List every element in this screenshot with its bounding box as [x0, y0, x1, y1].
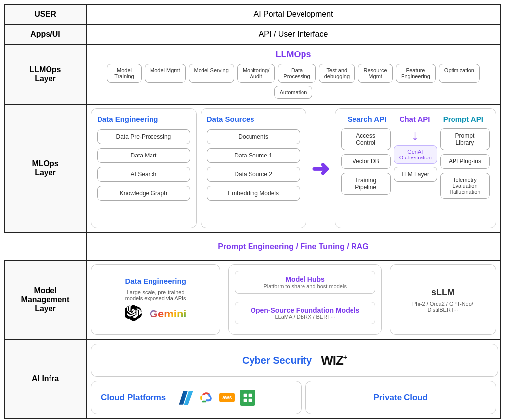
- apps-ui-label-text: Apps/UI: [30, 30, 60, 39]
- apps-ui-label: Apps/UI: [4, 24, 86, 44]
- cyber-security-section: Cyber Security WIZ+: [91, 344, 498, 377]
- data-engineering-title: Data Engineering: [97, 115, 190, 123]
- llmops-item: DataProcessing: [278, 64, 315, 83]
- prompt-library-box: Prompt Library: [440, 128, 490, 150]
- llmops-item: ResourceMgmt: [358, 64, 393, 83]
- model-management-label-text: ModelManagementLayer: [21, 286, 70, 313]
- model-management-content: Data Engineering Large-scale, pre-traine…: [86, 260, 501, 339]
- llmops-item: Automation: [274, 86, 313, 99]
- azure-logo-icon: [178, 390, 194, 406]
- ai-infra-content: Cyber Security WIZ+ Cloud Platforms: [86, 339, 501, 419]
- search-api-title: Search API: [348, 115, 387, 123]
- vector-db-box: Vector DB: [341, 154, 391, 169]
- model-management-label: ModelManagementLayer: [4, 260, 86, 339]
- model-hubs-section: Model Hubs Platform to share and host mo…: [228, 264, 382, 335]
- user-label-text: USER: [34, 10, 56, 19]
- model-logos: Gemini: [125, 305, 187, 323]
- genai-orchestration-box: GenAIOrchestration: [394, 145, 437, 164]
- mlops-label-text: MLOpsLayer: [32, 159, 58, 177]
- apis-header: Search API Chat API Prompt API: [341, 115, 490, 123]
- gcp-svg-icon: [199, 390, 214, 406]
- azure-svg-icon: [178, 390, 194, 406]
- svg-rect-0: [244, 393, 247, 397]
- search-api-col: Access Control Vector DB Training Pipeli…: [341, 128, 391, 222]
- llmops-item: ModelTraining: [107, 64, 142, 83]
- chat-api-title: Chat API: [400, 115, 430, 123]
- cloud-platforms-section: Cloud Platforms: [91, 381, 302, 414]
- sllm-title: sLLM: [431, 287, 454, 298]
- open-source-desc: LLaMA / DBRX / BERT···: [239, 314, 371, 320]
- apis-section: Search API Chat API Prompt API Access Co…: [335, 108, 496, 228]
- mlops-inner: Data Engineering Data Pre-Processing Dat…: [87, 105, 500, 232]
- cyber-security-row: Cyber Security WIZ+: [87, 340, 500, 379]
- model-data-engineering-title: Data Engineering: [125, 277, 186, 285]
- llmops-item: Optimization: [439, 64, 480, 83]
- llm-layer-box: LLM Layer: [394, 167, 437, 182]
- gcp-logo-icon: [199, 390, 214, 406]
- prompt-engineering-content: Prompt Engineering / Fine Tuning / RAG: [86, 233, 501, 260]
- telemetry-box: Telemetry EvaluationHallucination: [440, 173, 490, 199]
- llmops-title: LLMOps: [276, 50, 311, 60]
- open-source-title: Open-Source Foundation Models: [239, 306, 371, 314]
- private-cloud-section: Private Cloud: [305, 381, 497, 414]
- wiz-logo-icon: WIZ+: [321, 353, 347, 368]
- mlops-label: MLOpsLayer: [4, 104, 86, 233]
- private-cloud-text: Private Cloud: [373, 393, 428, 403]
- prompt-engineering-text: Prompt Engineering / Fine Tuning / RAG: [218, 242, 369, 251]
- svg-rect-2: [244, 398, 247, 402]
- llmops-item: Model Mgmt: [145, 64, 186, 83]
- model-data-engineering-desc: Large-scale, pre-trainedmodels exposed v…: [125, 289, 186, 301]
- chat-api-col: ↓ GenAIOrchestration LLM Layer: [394, 128, 437, 222]
- sllm-section: sLLM Phi-2 / Orca2 / GPT-Neo/DistilBERT·…: [390, 264, 496, 335]
- aws-text: aws: [222, 395, 232, 400]
- api-user-interface-text: API / User Interface: [259, 30, 328, 39]
- model-hubs-title: Model Hubs: [239, 275, 371, 283]
- apps-ui-content: API / User Interface: [86, 24, 501, 44]
- aws-logo-icon: aws: [219, 393, 235, 402]
- wiz-plus-icon: +: [343, 353, 347, 361]
- ai-infra-label: AI Infra: [4, 339, 86, 419]
- model-hubs-desc: Platform to share and host models: [239, 283, 371, 289]
- llmops-label: LLMOpsLayer: [4, 44, 86, 104]
- user-label: USER: [4, 4, 86, 24]
- ai-portal-text: AI Portal Development: [253, 10, 333, 19]
- svg-rect-1: [249, 393, 252, 397]
- data-source-2-box: Data Source 2: [207, 167, 300, 182]
- prompt-api-col: Prompt Library API Plug-ins Telemetry Ev…: [440, 128, 490, 222]
- access-control-box: Access Control: [341, 128, 391, 150]
- model-hubs-box: Model Hubs Platform to share and host mo…: [235, 271, 375, 294]
- right-arrow-icon: ➜: [311, 156, 330, 181]
- sllm-desc: Phi-2 / Orca2 / GPT-Neo/DistilBERT···: [412, 301, 473, 313]
- data-sources-title: Data Sources: [207, 115, 300, 123]
- svg-rect-3: [249, 398, 252, 402]
- llmops-item: Model Serving: [189, 64, 234, 83]
- mlops-content: Data Engineering Data Pre-Processing Dat…: [86, 104, 501, 233]
- llmops-item: Test anddebugging: [319, 64, 355, 83]
- cloud-row: Cloud Platforms: [87, 379, 500, 418]
- workspace-svg-icon: [243, 393, 252, 403]
- data-mart-box: Data Mart: [97, 148, 190, 163]
- cloud-logos: aws: [178, 390, 255, 406]
- ai-search-box: AI Search: [97, 167, 190, 182]
- prompt-api-title: Prompt API: [443, 115, 483, 123]
- openai-logo-icon: [125, 305, 143, 323]
- llmops-items: ModelTraining Model Mgmt Model Serving M…: [92, 64, 495, 99]
- training-pipeline-box: Training Pipeline: [341, 173, 391, 195]
- knowledge-graph-box: Knowledge Graph: [97, 186, 190, 201]
- llmops-item: Monitoring/Audit: [237, 64, 275, 83]
- ai-infra-label-text: AI Infra: [32, 374, 59, 383]
- cloud-platforms-text: Cloud Platforms: [101, 393, 166, 403]
- model-data-engineering-section: Data Engineering Large-scale, pre-traine…: [91, 264, 220, 335]
- arrow-area: ➜: [306, 105, 335, 232]
- embedding-models-box: Embedding Models: [207, 186, 300, 201]
- api-plugins-box: API Plug-ins: [440, 154, 490, 169]
- user-content: AI Portal Development: [86, 4, 501, 24]
- data-preprocessing-box: Data Pre-Processing: [97, 129, 190, 144]
- llmops-content: LLMOps ModelTraining Model Mgmt Model Se…: [86, 44, 501, 104]
- llmops-item: FeatureEngineering: [396, 64, 436, 83]
- documents-box: Documents: [207, 129, 300, 144]
- data-source-1-box: Data Source 1: [207, 148, 300, 163]
- api-columns: Access Control Vector DB Training Pipeli…: [341, 128, 490, 222]
- data-engineering-section: Data Engineering Data Pre-Processing Dat…: [91, 108, 197, 228]
- llmops-label-text: LLMOpsLayer: [30, 65, 61, 83]
